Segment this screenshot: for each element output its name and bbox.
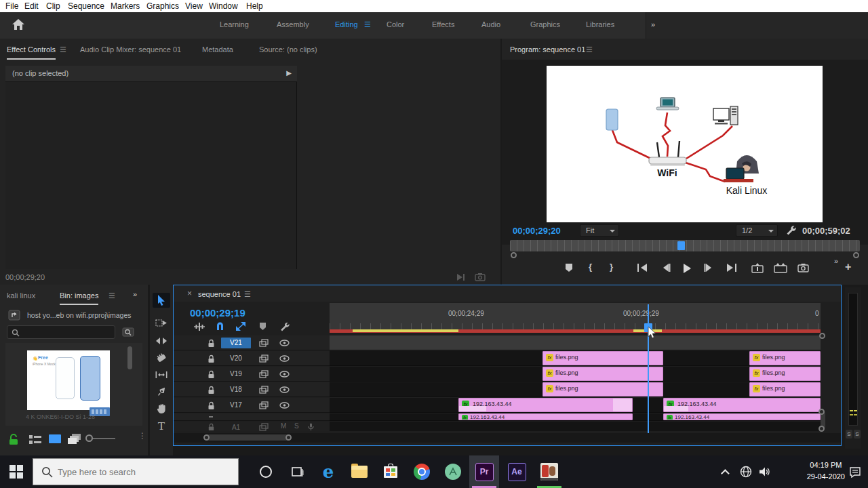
- timeline-add-marker-icon[interactable]: [258, 322, 267, 331]
- lock-icon[interactable]: [208, 339, 215, 348]
- no-clip-selected-row[interactable]: (no clip selected) ▶: [5, 66, 297, 82]
- hand-tool[interactable]: [153, 401, 170, 416]
- workspace-tab-assembly[interactable]: Assembly: [277, 20, 309, 28]
- bin-menu-icon[interactable]: ☰: [108, 291, 115, 300]
- bin-search-input[interactable]: [7, 325, 115, 339]
- sync-lock-icon[interactable]: [259, 354, 269, 363]
- workspace-tab-audio[interactable]: Audio: [481, 20, 500, 28]
- voiceover-mic-icon[interactable]: [308, 423, 314, 431]
- program-panel-menu-icon[interactable]: ☰: [586, 45, 593, 54]
- chrome-icon[interactable]: [408, 455, 435, 488]
- tab-project-kali-linux[interactable]: kali linux: [7, 291, 35, 300]
- solo-button[interactable]: S: [294, 422, 299, 430]
- search-bin-icon[interactable]: [122, 327, 134, 338]
- horizontal-scrollbar-track[interactable]: [174, 433, 841, 443]
- track-name-v17[interactable]: V17: [221, 400, 251, 411]
- lock-icon[interactable]: [208, 354, 215, 363]
- export-frame-icon[interactable]: [475, 272, 486, 281]
- menu-clip[interactable]: Clip: [46, 1, 60, 11]
- navigate-up-icon[interactable]: [8, 310, 20, 321]
- task-view-icon[interactable]: [283, 455, 311, 488]
- clip-files-png[interactable]: fx files.png: [749, 367, 821, 381]
- sync-lock-icon[interactable]: [259, 339, 269, 347]
- h-scroll-knob-left[interactable]: [203, 434, 210, 441]
- timeline-menu-icon[interactable]: ☰: [244, 290, 251, 299]
- track-content-v19[interactable]: fx files.png fx files.png: [330, 367, 821, 382]
- program-scrubber[interactable]: [510, 240, 860, 251]
- premiere-pro-taskbar-button[interactable]: Pr: [469, 455, 499, 488]
- lock-icon[interactable]: [208, 423, 215, 431]
- menu-edit[interactable]: Edit: [24, 1, 39, 11]
- track-name-v18[interactable]: V18: [221, 384, 251, 395]
- track-content-a1[interactable]: [330, 422, 821, 431]
- track-name-v20[interactable]: V20: [221, 353, 251, 364]
- effect-controls-menu-icon[interactable]: ☰: [60, 45, 66, 54]
- zoom-level-select[interactable]: Fit: [580, 224, 619, 237]
- network-globe-icon[interactable]: [736, 455, 755, 488]
- writable-lock-icon[interactable]: [8, 434, 19, 445]
- menu-graphics[interactable]: Graphics: [146, 1, 179, 11]
- clip-ip-address[interactable]: fx 192.163.43.44: [663, 398, 821, 412]
- selection-tool[interactable]: [153, 293, 170, 308]
- menu-view[interactable]: View: [185, 1, 203, 11]
- tab-audio-clip-mixer[interactable]: Audio Clip Mixer: sequence 01: [80, 45, 181, 54]
- tab-bin-images[interactable]: Bin: images: [60, 291, 98, 305]
- bin-scrollbar[interactable]: [127, 346, 132, 369]
- type-tool[interactable]: T: [153, 419, 170, 434]
- timeline-right-scroll-knob[interactable]: [819, 333, 825, 339]
- menu-window[interactable]: Window: [209, 1, 238, 11]
- button-editor-add-icon[interactable]: +: [845, 261, 851, 273]
- bin-overflow-icon[interactable]: »: [133, 290, 137, 298]
- timeline-timecode[interactable]: 00;00;29;19: [190, 307, 245, 319]
- timeline-ruler[interactable]: 00;00;24;29 00;00;29;29 0: [330, 303, 821, 329]
- play-icon[interactable]: [682, 263, 692, 274]
- track-output-eye-icon[interactable]: [279, 340, 290, 346]
- tray-chevron-icon[interactable]: [717, 455, 735, 488]
- clip-thumbnail[interactable]: 👋 Free iPhone X Mock: [27, 350, 110, 410]
- clip-ip-address[interactable]: fx 192.163.43.44: [458, 398, 633, 412]
- track-select-forward-tool[interactable]: [153, 316, 170, 331]
- lock-icon[interactable]: [208, 370, 215, 379]
- workspace-tab-editing[interactable]: Editing: [335, 20, 358, 28]
- image-viewer-taskbar-button[interactable]: [534, 455, 564, 488]
- horizontal-scrollbar-thumb[interactable]: [205, 434, 292, 441]
- clip-files-png[interactable]: fx files.png: [542, 351, 663, 365]
- track-output-eye-icon[interactable]: [279, 371, 290, 378]
- menu-file[interactable]: File: [5, 1, 18, 11]
- workspace-menu-icon[interactable]: ☰: [364, 20, 371, 29]
- vertical-scroll-knob-top[interactable]: [818, 409, 825, 415]
- clip-files-png[interactable]: fx files.png: [749, 382, 821, 396]
- track-output-eye-icon[interactable]: [279, 386, 290, 393]
- menu-markers[interactable]: Markers: [111, 1, 140, 11]
- track-output-eye-icon[interactable]: [279, 402, 290, 409]
- track-content-v20[interactable]: fx files.png fx files.png: [330, 351, 821, 366]
- sync-lock-icon[interactable]: [259, 370, 269, 378]
- mark-out-icon[interactable]: }: [610, 262, 613, 272]
- program-panel-title[interactable]: Program: sequence 01: [510, 45, 585, 54]
- close-panel-icon[interactable]: ×: [187, 289, 192, 298]
- playback-resolution-select[interactable]: 1/2: [736, 224, 778, 237]
- clip-files-png[interactable]: fx files.png: [542, 382, 663, 396]
- clip-ip-address-partial[interactable]: fx 192.163.43.44: [458, 413, 633, 420]
- ripple-edit-tool[interactable]: [153, 333, 170, 348]
- razor-tool[interactable]: [153, 350, 170, 365]
- mute-button[interactable]: M: [281, 422, 286, 430]
- workspace-tab-graphics[interactable]: Graphics: [530, 20, 560, 28]
- transport-overflow-icon[interactable]: »: [834, 257, 838, 265]
- mark-in-icon[interactable]: {: [589, 262, 592, 272]
- track-name-v19[interactable]: V19: [221, 369, 251, 380]
- green-app-icon[interactable]: [439, 455, 467, 488]
- zoom-slider-knob[interactable]: [85, 434, 93, 442]
- menu-help[interactable]: Help: [246, 1, 263, 11]
- step-back-icon[interactable]: [660, 263, 671, 272]
- add-marker-icon[interactable]: [564, 263, 574, 272]
- solo-left-button[interactable]: S: [846, 430, 852, 439]
- edge-icon[interactable]: e: [315, 455, 342, 488]
- freeform-view-icon[interactable]: [67, 433, 82, 445]
- vertical-scroll-knob-bottom[interactable]: [818, 426, 825, 432]
- file-explorer-icon[interactable]: [346, 455, 373, 488]
- h-scroll-knob-right[interactable]: [285, 434, 292, 441]
- list-view-icon[interactable]: [28, 434, 42, 445]
- linked-selection-icon[interactable]: [235, 321, 246, 331]
- home-icon[interactable]: [12, 18, 25, 31]
